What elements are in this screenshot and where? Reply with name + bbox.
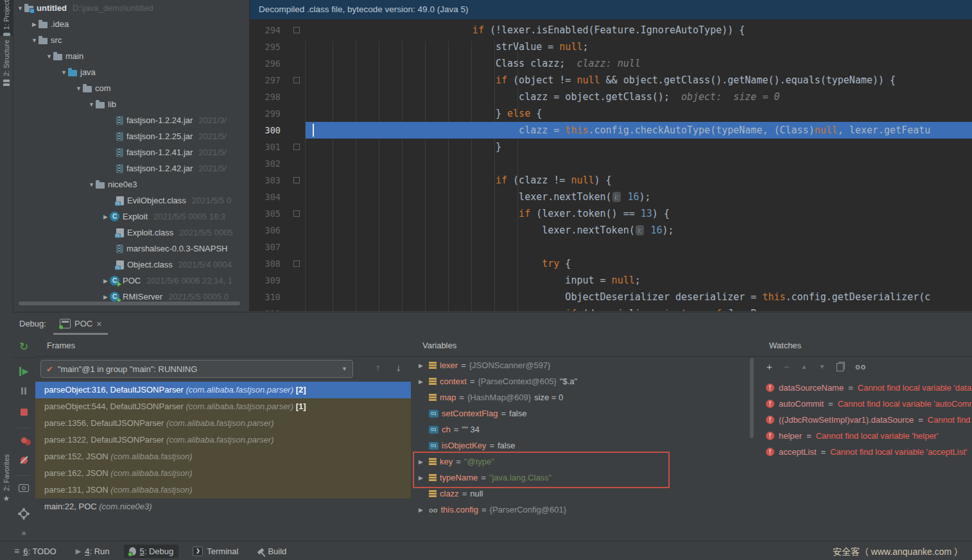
debug-session-tab[interactable]: POC ×: [53, 312, 108, 335]
add-watch-icon[interactable]: +: [767, 361, 772, 373]
line-number[interactable]: 306: [250, 222, 283, 239]
line-number[interactable]: 298: [250, 89, 283, 105]
tree-item-src[interactable]: ▼ src: [13, 32, 249, 48]
line-number[interactable]: 300: [250, 122, 283, 139]
chevron-down-icon[interactable]: ▼: [87, 101, 96, 108]
variable-row[interactable]: ▶lexer = {JSONScanner@597}: [411, 357, 758, 373]
line-number[interactable]: 304: [250, 189, 283, 205]
thread-dump-camera-icon[interactable]: [17, 481, 31, 495]
tree-item-jar[interactable]: marshalsec-0.0.3-SNAPSH: [13, 241, 249, 257]
line-number[interactable]: 307: [250, 239, 283, 255]
line-number[interactable]: 296: [250, 55, 283, 72]
copy-icon[interactable]: [837, 363, 844, 371]
line-number[interactable]: 299: [250, 105, 283, 122]
chevron-down-icon[interactable]: ▼: [30, 37, 39, 44]
move-down-icon[interactable]: ▼: [819, 361, 825, 373]
chevron-right-icon[interactable]: ▶: [416, 362, 426, 369]
tree-item-idea[interactable]: ▶ .idea: [13, 16, 249, 32]
fold-marker-icon[interactable]: [283, 139, 305, 155]
code-line-294[interactable]: 294 if (!lexer.isEnabled(Feature.IgnoreA…: [250, 22, 972, 38]
toolwindow-build[interactable]: Build: [252, 545, 291, 558]
tree-item-nice0e3[interactable]: ▼ nice0e3: [13, 176, 249, 192]
stripe-tab-favorites[interactable]: 2: Favorites ★: [0, 454, 13, 526]
chevron-right-icon[interactable]: ▶: [101, 278, 110, 284]
code-line-301[interactable]: 301 }: [250, 139, 972, 155]
line-number[interactable]: 310: [250, 289, 283, 305]
line-number[interactable]: 309: [250, 272, 283, 289]
rerun-icon[interactable]: ↻: [17, 340, 31, 354]
frame-row[interactable]: parse:131, JSON (com.alibaba.fastjson): [35, 482, 411, 498]
variable-row[interactable]: ▶context = {ParseContext@605} "$.a": [411, 373, 758, 389]
close-icon[interactable]: ×: [96, 319, 101, 329]
chevron-right-icon[interactable]: ▶: [101, 294, 110, 300]
tree-item-exploit[interactable]: ▶ C Exploit 2021/5/5 0005 16:3: [13, 208, 249, 225]
line-number[interactable]: 297: [250, 72, 283, 89]
variable-row[interactable]: ▶this.config = {ParserConfig@601}: [411, 502, 758, 518]
debug-settings-gear-icon[interactable]: [17, 507, 31, 522]
more-actions-icon[interactable]: »: [17, 526, 31, 540]
remove-watch-icon[interactable]: −: [784, 361, 790, 373]
tree-item-jar[interactable]: fastjson-1.2.41.jar 2021/5/: [13, 144, 249, 160]
code-line-297[interactable]: 297 if (object != null && object.getClas…: [250, 72, 972, 89]
code-line-305[interactable]: 305 if (lexer.token() == 13) {: [250, 205, 972, 222]
code-line-302[interactable]: 302: [250, 155, 972, 172]
view-breakpoints-icon[interactable]: [17, 434, 31, 448]
frame-row[interactable]: parse:152, JSON (com.alibaba.fastjson): [35, 448, 411, 465]
fold-marker-icon[interactable]: [283, 205, 305, 222]
tree-item-lib[interactable]: ▼ lib: [13, 96, 249, 112]
code-line-295[interactable]: 295 strValue = null;: [250, 38, 972, 55]
tree-item-jar[interactable]: fastjson-1.2.25.jar 2021/5/: [13, 128, 249, 144]
show-watches-glasses-icon[interactable]: [855, 362, 866, 371]
line-number[interactable]: 311: [250, 305, 283, 311]
tree-item-jar[interactable]: fastjson-1.2.42.jar 2021/5/: [13, 160, 249, 176]
watch-row[interactable]: !acceptList = Cannot find local variable…: [758, 444, 972, 460]
tree-item-poc[interactable]: ▶ C POC 2021/5/6 0006 22:14, 1: [13, 273, 249, 289]
stripe-tab-structure[interactable]: 2: Structure: [0, 40, 13, 191]
variables-scrollbar[interactable]: [750, 358, 754, 438]
watch-row[interactable]: !helper = Cannot find local variable 'he…: [758, 428, 972, 444]
chevron-right-icon[interactable]: ▶: [416, 475, 426, 481]
chevron-right-icon[interactable]: ▶: [101, 214, 110, 220]
tree-horizontal-scrollbar[interactable]: [19, 301, 240, 305]
frame-row[interactable]: parse:162, JSON (com.alibaba.fastjson): [35, 465, 411, 482]
line-number[interactable]: 294: [250, 22, 283, 38]
chevron-right-icon[interactable]: ▶: [416, 507, 426, 513]
chevron-down-icon[interactable]: ▼: [16, 5, 24, 12]
chevron-right-icon[interactable]: ▶: [416, 378, 426, 385]
frame-row[interactable]: parse:1356, DefaultJSONParser (com.aliba…: [35, 415, 411, 432]
tree-item-classfile[interactable]: Exploit.class 2021/5/5 0005: [13, 225, 249, 241]
variable-row-typename[interactable]: ▶typeName = "java.lang.Class": [411, 470, 758, 486]
frame-row[interactable]: parseObject:544, DefaultJSONParser (com.…: [35, 398, 411, 415]
pause-icon[interactable]: [17, 385, 31, 399]
chevron-right-icon[interactable]: ▶: [30, 21, 39, 28]
mute-breakpoints-icon[interactable]: [17, 454, 31, 468]
tree-item-com[interactable]: ▼ com: [13, 80, 249, 96]
line-number[interactable]: 303: [250, 172, 283, 189]
tree-item-classfile[interactable]: Object.class 2021/5/4 0004: [13, 257, 249, 273]
line-number[interactable]: 301: [250, 139, 283, 155]
watch-row[interactable]: !autoCommit = Cannot find local variable…: [758, 396, 972, 412]
variable-row[interactable]: setContextFlag = false: [411, 405, 758, 421]
code-line-300[interactable]: 300 clazz = this.config.checkAutoType(ty…: [250, 122, 972, 139]
code-line-307[interactable]: 307: [250, 239, 972, 255]
chevron-down-icon[interactable]: ▼: [45, 53, 53, 60]
chevron-down-icon[interactable]: ▼: [87, 182, 96, 188]
watch-row[interactable]: !dataSourceName = Cannot find local vari…: [758, 380, 972, 396]
frame-row[interactable]: main:22, POC (com.nice0e3): [35, 498, 411, 515]
frame-row[interactable]: parseObject:316, DefaultJSONParser (com.…: [35, 382, 411, 398]
variable-row[interactable]: isObjectKey = false: [411, 437, 758, 454]
resume-icon[interactable]: ▶: [17, 364, 31, 378]
chevron-down-icon[interactable]: ▼: [60, 69, 68, 76]
fold-marker-icon[interactable]: [283, 22, 305, 38]
fold-marker-icon[interactable]: [283, 172, 305, 189]
thread-selector[interactable]: ✔ "main"@1 in group "main": RUNNING ▼: [40, 360, 353, 378]
code-line-303[interactable]: 303 if (clazz != null) {: [250, 172, 972, 189]
line-number[interactable]: 305: [250, 205, 283, 222]
line-number[interactable]: 308: [250, 255, 283, 272]
chevron-right-icon[interactable]: ▶: [416, 459, 426, 465]
code-line-310[interactable]: 310 ObjectDeserializer deserializer = th…: [250, 289, 972, 305]
fold-marker-icon[interactable]: [283, 255, 305, 272]
variable-row[interactable]: map = {HashMap@609} size = 0: [411, 389, 758, 405]
move-up-icon[interactable]: ▲: [801, 361, 808, 373]
variable-row[interactable]: clazz = null: [411, 486, 758, 502]
